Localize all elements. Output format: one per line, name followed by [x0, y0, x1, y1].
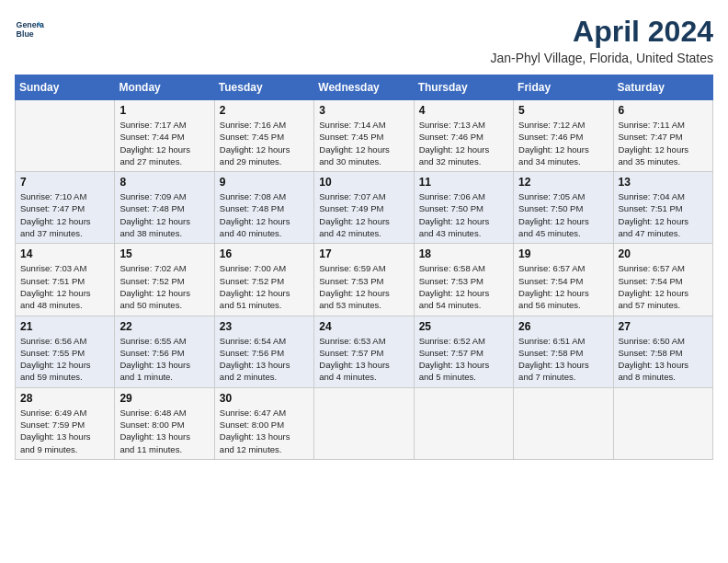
calendar-cell: 16Sunrise: 7:00 AM Sunset: 7:52 PM Dayli… [214, 244, 313, 316]
day-number: 20 [619, 247, 708, 260]
weekday-header-monday: Monday [115, 75, 214, 100]
calendar-cell: 10Sunrise: 7:07 AM Sunset: 7:49 PM Dayli… [314, 172, 414, 244]
day-detail: Sunrise: 7:14 AM Sunset: 7:45 PM Dayligh… [319, 119, 408, 167]
day-detail: Sunrise: 6:56 AM Sunset: 7:55 PM Dayligh… [20, 335, 109, 384]
calendar-cell: 2Sunrise: 7:16 AM Sunset: 7:45 PM Daylig… [214, 100, 313, 172]
day-number: 6 [619, 104, 708, 117]
day-detail: Sunrise: 7:04 AM Sunset: 7:51 PM Dayligh… [619, 190, 708, 239]
day-number: 28 [20, 392, 109, 405]
calendar-body: 1Sunrise: 7:17 AM Sunset: 7:44 PM Daylig… [16, 100, 713, 460]
calendar-cell: 30Sunrise: 6:47 AM Sunset: 8:00 PM Dayli… [214, 387, 313, 459]
day-number: 4 [419, 104, 508, 117]
calendar-cell: 12Sunrise: 7:05 AM Sunset: 7:50 PM Dayli… [514, 172, 613, 244]
day-number: 13 [619, 176, 708, 189]
day-number: 7 [20, 176, 109, 189]
calendar-cell: 15Sunrise: 7:02 AM Sunset: 7:52 PM Dayli… [115, 244, 214, 316]
day-number: 14 [20, 247, 109, 260]
calendar-cell: 3Sunrise: 7:14 AM Sunset: 7:45 PM Daylig… [314, 100, 414, 172]
calendar-cell: 6Sunrise: 7:11 AM Sunset: 7:47 PM Daylig… [613, 100, 712, 172]
calendar-cell: 22Sunrise: 6:55 AM Sunset: 7:56 PM Dayli… [115, 316, 214, 387]
day-detail: Sunrise: 6:51 AM Sunset: 7:58 PM Dayligh… [518, 335, 608, 384]
calendar-title: April 2024 [490, 15, 713, 49]
day-number: 21 [20, 320, 109, 333]
day-number: 1 [119, 104, 209, 117]
calendar-cell: 25Sunrise: 6:52 AM Sunset: 7:57 PM Dayli… [414, 316, 513, 387]
day-number: 19 [518, 247, 608, 260]
day-number: 27 [619, 320, 708, 333]
calendar-cell: 28Sunrise: 6:49 AM Sunset: 7:59 PM Dayli… [16, 387, 115, 459]
week-row-4: 21Sunrise: 6:56 AM Sunset: 7:55 PM Dayli… [16, 316, 713, 387]
calendar-cell: 5Sunrise: 7:12 AM Sunset: 7:46 PM Daylig… [514, 100, 613, 172]
calendar-cell: 14Sunrise: 7:03 AM Sunset: 7:51 PM Dayli… [16, 244, 115, 316]
calendar-cell: 23Sunrise: 6:54 AM Sunset: 7:56 PM Dayli… [214, 316, 313, 387]
calendar-cell: 18Sunrise: 6:58 AM Sunset: 7:53 PM Dayli… [414, 244, 513, 316]
day-number: 22 [119, 320, 209, 333]
weekday-header-row: SundayMondayTuesdayWednesdayThursdayFrid… [16, 75, 713, 100]
day-detail: Sunrise: 6:50 AM Sunset: 7:58 PM Dayligh… [619, 335, 708, 384]
calendar-cell [613, 387, 712, 459]
day-detail: Sunrise: 7:11 AM Sunset: 7:47 PM Dayligh… [619, 119, 708, 167]
day-number: 17 [319, 247, 408, 260]
weekday-header-tuesday: Tuesday [214, 75, 313, 100]
calendar-cell: 26Sunrise: 6:51 AM Sunset: 7:58 PM Dayli… [514, 316, 613, 387]
day-number: 29 [119, 392, 209, 405]
week-row-3: 14Sunrise: 7:03 AM Sunset: 7:51 PM Dayli… [16, 244, 713, 316]
day-number: 9 [220, 176, 309, 189]
day-detail: Sunrise: 6:53 AM Sunset: 7:57 PM Dayligh… [319, 335, 408, 384]
day-detail: Sunrise: 7:03 AM Sunset: 7:51 PM Dayligh… [20, 262, 109, 311]
day-detail: Sunrise: 6:55 AM Sunset: 7:56 PM Dayligh… [119, 335, 209, 384]
calendar-cell: 24Sunrise: 6:53 AM Sunset: 7:57 PM Dayli… [314, 316, 414, 387]
day-number: 23 [220, 320, 309, 333]
day-detail: Sunrise: 7:00 AM Sunset: 7:52 PM Dayligh… [220, 262, 309, 311]
day-number: 24 [319, 320, 408, 333]
day-number: 30 [220, 392, 309, 405]
day-number: 12 [518, 176, 608, 189]
day-detail: Sunrise: 6:48 AM Sunset: 8:00 PM Dayligh… [119, 407, 209, 455]
calendar-cell: 7Sunrise: 7:10 AM Sunset: 7:47 PM Daylig… [16, 172, 115, 244]
day-detail: Sunrise: 7:09 AM Sunset: 7:48 PM Dayligh… [119, 190, 209, 239]
calendar-cell: 29Sunrise: 6:48 AM Sunset: 8:00 PM Dayli… [115, 387, 214, 459]
weekday-header-saturday: Saturday [613, 75, 712, 100]
calendar-table: SundayMondayTuesdayWednesdayThursdayFrid… [15, 75, 713, 460]
day-number: 5 [518, 104, 608, 117]
day-number: 26 [518, 320, 608, 333]
day-detail: Sunrise: 6:57 AM Sunset: 7:54 PM Dayligh… [518, 262, 608, 311]
day-detail: Sunrise: 7:07 AM Sunset: 7:49 PM Dayligh… [319, 190, 408, 239]
day-detail: Sunrise: 7:02 AM Sunset: 7:52 PM Dayligh… [119, 262, 209, 311]
day-detail: Sunrise: 7:13 AM Sunset: 7:46 PM Dayligh… [419, 119, 508, 167]
day-number: 25 [419, 320, 508, 333]
day-number: 15 [119, 247, 209, 260]
title-section: April 2024 Jan-Phyl Village, Florida, Un… [490, 15, 713, 65]
day-detail: Sunrise: 7:08 AM Sunset: 7:48 PM Dayligh… [220, 190, 309, 239]
day-number: 3 [319, 104, 408, 117]
day-number: 11 [419, 176, 508, 189]
logo-icon: General Blue [15, 15, 44, 44]
svg-text:Blue: Blue [17, 29, 34, 39]
day-detail: Sunrise: 7:05 AM Sunset: 7:50 PM Dayligh… [518, 190, 608, 239]
week-row-2: 7Sunrise: 7:10 AM Sunset: 7:47 PM Daylig… [16, 172, 713, 244]
day-detail: Sunrise: 7:12 AM Sunset: 7:46 PM Dayligh… [518, 119, 608, 167]
calendar-cell [514, 387, 613, 459]
day-detail: Sunrise: 7:17 AM Sunset: 7:44 PM Dayligh… [119, 119, 209, 167]
day-number: 10 [319, 176, 408, 189]
day-detail: Sunrise: 6:47 AM Sunset: 8:00 PM Dayligh… [220, 407, 309, 455]
logo: General Blue [15, 15, 44, 44]
week-row-5: 28Sunrise: 6:49 AM Sunset: 7:59 PM Dayli… [16, 387, 713, 459]
day-detail: Sunrise: 6:49 AM Sunset: 7:59 PM Dayligh… [20, 407, 109, 455]
weekday-header-friday: Friday [514, 75, 613, 100]
calendar-cell: 9Sunrise: 7:08 AM Sunset: 7:48 PM Daylig… [214, 172, 313, 244]
calendar-cell: 11Sunrise: 7:06 AM Sunset: 7:50 PM Dayli… [414, 172, 513, 244]
calendar-cell: 21Sunrise: 6:56 AM Sunset: 7:55 PM Dayli… [16, 316, 115, 387]
calendar-cell: 8Sunrise: 7:09 AM Sunset: 7:48 PM Daylig… [115, 172, 214, 244]
calendar-cell [314, 387, 414, 459]
day-detail: Sunrise: 7:10 AM Sunset: 7:47 PM Dayligh… [20, 190, 109, 239]
day-detail: Sunrise: 7:16 AM Sunset: 7:45 PM Dayligh… [220, 119, 309, 167]
page-header: General Blue April 2024 Jan-Phyl Village… [15, 15, 713, 65]
calendar-cell: 27Sunrise: 6:50 AM Sunset: 7:58 PM Dayli… [613, 316, 712, 387]
calendar-cell: 1Sunrise: 7:17 AM Sunset: 7:44 PM Daylig… [115, 100, 214, 172]
day-number: 8 [119, 176, 209, 189]
calendar-cell: 19Sunrise: 6:57 AM Sunset: 7:54 PM Dayli… [514, 244, 613, 316]
day-detail: Sunrise: 7:06 AM Sunset: 7:50 PM Dayligh… [419, 190, 508, 239]
calendar-cell: 17Sunrise: 6:59 AM Sunset: 7:53 PM Dayli… [314, 244, 414, 316]
day-detail: Sunrise: 6:59 AM Sunset: 7:53 PM Dayligh… [319, 262, 408, 311]
